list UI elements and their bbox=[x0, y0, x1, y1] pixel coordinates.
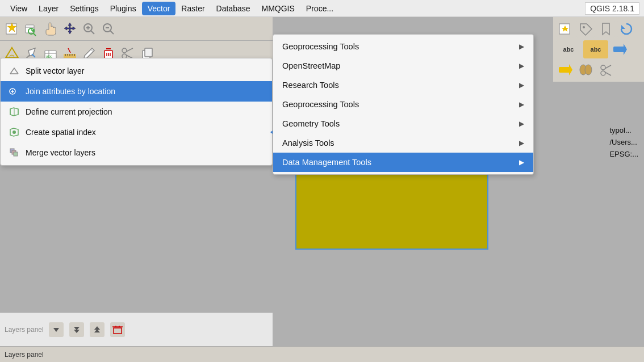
main-area: abc bbox=[0, 17, 644, 362]
toolbar-new-layer-btn[interactable] bbox=[3, 20, 21, 38]
menubar-item-view[interactable]: View bbox=[5, 2, 33, 15]
statusbar: Layers panel bbox=[0, 346, 644, 362]
svg-line-4 bbox=[34, 33, 36, 36]
right-toolbar-refresh-btn[interactable] bbox=[617, 20, 635, 38]
svg-marker-13 bbox=[6, 48, 18, 58]
dropdown-arrow-icon: ▶ bbox=[519, 139, 524, 147]
svg-point-61 bbox=[585, 65, 592, 75]
menubar-item-processing[interactable]: Proce... bbox=[300, 2, 339, 15]
spatial-index-icon bbox=[9, 127, 20, 138]
svg-marker-55 bbox=[621, 25, 625, 29]
menubar-item-layer[interactable]: Layer bbox=[33, 2, 64, 15]
svg-marker-5 bbox=[64, 23, 76, 34]
svg-line-12 bbox=[110, 31, 114, 34]
menubar-item-database[interactable]: Database bbox=[211, 2, 256, 15]
svg-rect-80 bbox=[114, 328, 122, 334]
right-toolbar-star-btn[interactable] bbox=[556, 20, 574, 38]
svg-marker-57 bbox=[624, 44, 627, 55]
svg-marker-75 bbox=[53, 328, 59, 332]
menubar: View Layer Settings Plugins Vector Raste… bbox=[0, 0, 644, 17]
project-info-line2: /Users... bbox=[609, 137, 638, 149]
layers-move-up-btn[interactable] bbox=[90, 322, 104, 337]
svg-line-64 bbox=[605, 65, 611, 69]
layers-move-down-btn[interactable] bbox=[69, 322, 84, 337]
right-toolbar-arrow1-btn[interactable] bbox=[610, 40, 629, 58]
svg-line-34 bbox=[126, 48, 133, 52]
svg-marker-77 bbox=[74, 330, 80, 333]
dropdown-analysis[interactable]: Analysis Tools ▶ bbox=[273, 133, 533, 153]
right-toolbar: abc abc bbox=[553, 17, 644, 82]
svg-line-9 bbox=[91, 31, 94, 34]
dropdown-datamanagement[interactable]: Data Management Tools ▶ bbox=[273, 153, 533, 172]
define-projection-icon bbox=[9, 106, 20, 117]
right-toolbar-peanut-btn[interactable] bbox=[576, 61, 595, 79]
submenu-join-attributes[interactable]: Join attributes by location bbox=[1, 81, 272, 102]
statusbar-text: Layers panel bbox=[5, 351, 44, 359]
qgis-version-badge: QGIS 2.18.1 bbox=[585, 2, 639, 15]
submenu-define-projection[interactable]: Define current projection bbox=[1, 102, 272, 122]
toolbar-open-file-btn[interactable] bbox=[22, 20, 40, 38]
dropdown-arrow-icon: ▶ bbox=[519, 120, 524, 128]
toolbar-zoom-out-btn[interactable] bbox=[99, 20, 118, 38]
dropdown-openstreetmap[interactable]: OpenStreetMap ▶ bbox=[273, 56, 533, 75]
dropdown-research[interactable]: Research Tools ▶ bbox=[273, 75, 533, 95]
svg-point-71 bbox=[12, 131, 16, 134]
project-info-line3: EPSG:... bbox=[609, 149, 638, 161]
svg-marker-79 bbox=[94, 326, 100, 330]
toolbar-pan-btn[interactable] bbox=[41, 20, 60, 38]
dropdown-arrow-active-icon: ▶ bbox=[519, 158, 524, 166]
project-info: typol... /Users... EPSG:... bbox=[609, 125, 638, 160]
dropdown-arrow-icon: ▶ bbox=[519, 62, 524, 70]
merge-layers-icon bbox=[9, 147, 20, 158]
right-toolbar-tag-btn[interactable] bbox=[576, 20, 595, 38]
layers-down-btn[interactable] bbox=[49, 322, 64, 337]
layers-panel-label: Layers panel bbox=[5, 326, 44, 334]
svg-line-65 bbox=[605, 72, 611, 75]
toolbar-zoom-in-btn[interactable] bbox=[80, 20, 98, 38]
svg-rect-74 bbox=[14, 152, 18, 156]
vector-dropdown: Geoprocessing Tools ▶ OpenStreetMap ▶ Re… bbox=[273, 34, 534, 175]
svg-point-63 bbox=[601, 71, 605, 75]
right-toolbar-arrow2-btn[interactable] bbox=[556, 61, 574, 79]
svg-marker-59 bbox=[569, 64, 572, 75]
svg-point-54 bbox=[583, 26, 585, 28]
dropdown-arrow-icon: ▶ bbox=[519, 43, 524, 50]
svg-point-62 bbox=[601, 65, 605, 70]
left-submenu: Split vector layer Join attributes by lo… bbox=[0, 58, 273, 166]
menubar-item-vector[interactable]: Vector bbox=[142, 2, 176, 15]
right-toolbar-bookmark-btn[interactable] bbox=[597, 20, 615, 38]
project-info-line1: typol... bbox=[609, 125, 638, 137]
dropdown-geoprocessing2[interactable]: Geoprocessing Tools ▶ bbox=[273, 95, 533, 114]
submenu-spatial-index[interactable]: Create spatial index bbox=[1, 122, 272, 142]
toolbar-move-btn[interactable] bbox=[61, 20, 79, 38]
menubar-item-raster[interactable]: Raster bbox=[175, 2, 210, 15]
right-toolbar-abc1-btn[interactable]: abc bbox=[556, 40, 581, 58]
menubar-item-mmqgis[interactable]: MMQGIS bbox=[256, 2, 300, 15]
right-toolbar-scissors-btn[interactable] bbox=[597, 61, 615, 79]
split-vector-icon bbox=[9, 65, 20, 77]
menubar-item-plugins[interactable]: Plugins bbox=[104, 2, 142, 15]
layers-panel: Layers panel bbox=[0, 312, 273, 346]
toolbar-row-1 bbox=[0, 17, 273, 41]
dropdown-geoprocessing1[interactable]: Geoprocessing Tools ▶ bbox=[273, 37, 533, 56]
dropdown-geometry[interactable]: Geometry Tools ▶ bbox=[273, 114, 533, 133]
svg-rect-37 bbox=[145, 48, 152, 57]
svg-point-32 bbox=[122, 48, 127, 53]
join-attributes-icon bbox=[9, 86, 20, 97]
menubar-item-settings[interactable]: Settings bbox=[64, 2, 104, 15]
submenu-merge-layers[interactable]: Merge vector layers bbox=[1, 142, 272, 163]
dropdown-arrow-icon: ▶ bbox=[519, 100, 524, 108]
layers-remove-btn[interactable] bbox=[110, 322, 125, 337]
submenu-split-vector[interactable]: Split vector layer bbox=[1, 61, 272, 81]
dropdown-arrow-icon: ▶ bbox=[519, 81, 524, 89]
right-toolbar-abc2-btn[interactable]: abc bbox=[583, 40, 608, 58]
